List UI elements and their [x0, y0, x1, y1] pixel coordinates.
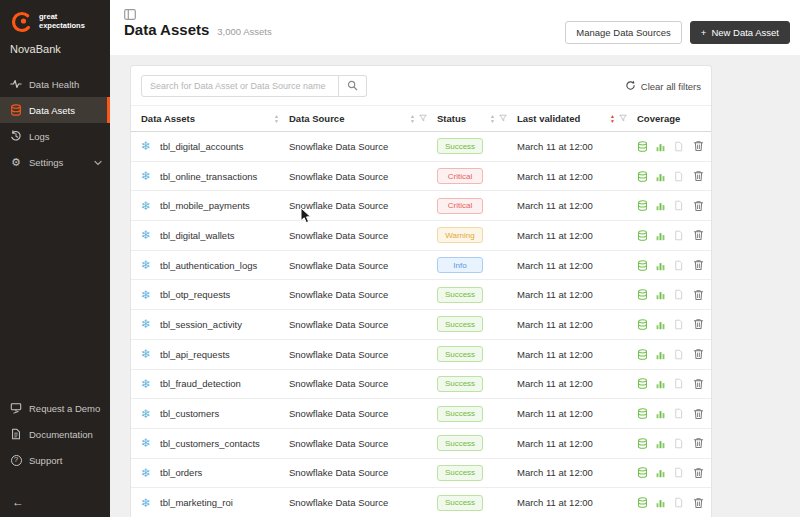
new-data-asset-button[interactable]: +New Data Asset: [690, 21, 790, 44]
sort-icon-active[interactable]: ▲▼: [610, 114, 615, 124]
docs-coverage-icon[interactable]: [673, 349, 684, 360]
table-coverage-icon[interactable]: [637, 408, 648, 419]
metrics-coverage-icon[interactable]: [655, 141, 666, 152]
trash-icon[interactable]: [693, 497, 704, 509]
sort-icon[interactable]: ▲▼: [410, 114, 415, 124]
trash-icon[interactable]: [693, 408, 704, 420]
metrics-coverage-icon[interactable]: [655, 319, 666, 330]
table-coverage-icon[interactable]: [637, 141, 648, 152]
metrics-coverage-icon[interactable]: [655, 200, 666, 211]
sidebar-item-logs[interactable]: Logs: [0, 123, 110, 149]
asset-name[interactable]: tbl_digital_accounts: [160, 141, 243, 152]
asset-name[interactable]: tbl_customers_contacts: [160, 438, 260, 449]
metrics-coverage-icon[interactable]: [655, 378, 666, 389]
table-row[interactable]: ❄ tbl_customers Snowflake Data Source Su…: [131, 399, 711, 429]
docs-coverage-icon[interactable]: [673, 141, 684, 152]
asset-name[interactable]: tbl_orders: [160, 467, 202, 478]
table-row[interactable]: ❄ tbl_digital_wallets Snowflake Data Sou…: [131, 221, 711, 251]
table-row[interactable]: ❄ tbl_orders Snowflake Data Source Succe…: [131, 459, 711, 489]
table-row[interactable]: ❄ tbl_session_activity Snowflake Data So…: [131, 310, 711, 340]
docs-coverage-icon[interactable]: [673, 408, 684, 419]
docs-coverage-icon[interactable]: [673, 467, 684, 478]
collapse-sidebar-icon[interactable]: ←: [12, 495, 24, 509]
column-header-data-assets[interactable]: Data Assets ▲▼: [141, 113, 289, 124]
asset-name[interactable]: tbl_digital_wallets: [160, 230, 234, 241]
table-coverage-icon[interactable]: [637, 438, 648, 449]
sidebar-item-documentation[interactable]: Documentation: [0, 421, 110, 447]
asset-name[interactable]: tbl_api_requests: [160, 349, 230, 360]
sidebar-item-support[interactable]: ? Support: [0, 447, 110, 473]
table-coverage-icon[interactable]: [637, 378, 648, 389]
docs-coverage-icon[interactable]: [673, 230, 684, 241]
column-header-data-source[interactable]: Data Source ▲▼: [289, 113, 437, 124]
table-row[interactable]: ❄ tbl_mobile_payments Snowflake Data Sou…: [131, 191, 711, 221]
asset-name[interactable]: tbl_online_transactions: [160, 171, 257, 182]
docs-coverage-icon[interactable]: [673, 319, 684, 330]
manage-data-sources-button[interactable]: Manage Data Sources: [565, 21, 682, 44]
filter-icon[interactable]: [499, 113, 507, 124]
asset-name[interactable]: tbl_mobile_payments: [160, 200, 250, 211]
asset-name[interactable]: tbl_otp_requests: [160, 289, 230, 300]
trash-icon[interactable]: [693, 318, 704, 330]
table-coverage-icon[interactable]: [637, 289, 648, 300]
trash-icon[interactable]: [693, 140, 704, 152]
trash-icon[interactable]: [693, 467, 704, 479]
metrics-coverage-icon[interactable]: [655, 260, 666, 271]
clear-all-filters-button[interactable]: Clear all filters: [625, 80, 701, 93]
metrics-coverage-icon[interactable]: [655, 230, 666, 241]
trash-icon[interactable]: [693, 229, 704, 241]
table-row[interactable]: ❄ tbl_digital_accounts Snowflake Data So…: [131, 132, 711, 162]
trash-icon[interactable]: [693, 259, 704, 271]
metrics-coverage-icon[interactable]: [655, 438, 666, 449]
docs-coverage-icon[interactable]: [673, 378, 684, 389]
table-coverage-icon[interactable]: [637, 349, 648, 360]
docs-coverage-icon[interactable]: [673, 497, 684, 508]
table-row[interactable]: ❄ tbl_fraud_detection Snowflake Data Sou…: [131, 370, 711, 400]
table-coverage-icon[interactable]: [637, 497, 648, 508]
sidebar-item-data-health[interactable]: Data Health: [0, 71, 110, 97]
trash-icon[interactable]: [693, 437, 704, 449]
trash-icon[interactable]: [693, 200, 704, 212]
table-coverage-icon[interactable]: [637, 319, 648, 330]
table-coverage-icon[interactable]: [637, 200, 648, 211]
table-row[interactable]: ❄ tbl_api_requests Snowflake Data Source…: [131, 340, 711, 370]
sidebar-item-settings[interactable]: ⚙ Settings: [0, 149, 110, 175]
filter-icon[interactable]: [619, 113, 627, 124]
metrics-coverage-icon[interactable]: [655, 289, 666, 300]
metrics-coverage-icon[interactable]: [655, 349, 666, 360]
metrics-coverage-icon[interactable]: [655, 171, 666, 182]
column-header-status[interactable]: Status ▲▼: [437, 113, 517, 124]
docs-coverage-icon[interactable]: [673, 200, 684, 211]
table-coverage-icon[interactable]: [637, 260, 648, 271]
sort-icon[interactable]: ▲▼: [490, 114, 495, 124]
sidebar-item-data-assets[interactable]: Data Asets: [0, 97, 110, 123]
metrics-coverage-icon[interactable]: [655, 497, 666, 508]
table-row[interactable]: ❄ tbl_customers_contacts Snowflake Data …: [131, 429, 711, 459]
asset-name[interactable]: tbl_customers: [160, 408, 219, 419]
docs-coverage-icon[interactable]: [673, 438, 684, 449]
metrics-coverage-icon[interactable]: [655, 467, 666, 478]
table-row[interactable]: ❄ tbl_online_transactions Snowflake Data…: [131, 162, 711, 192]
trash-icon[interactable]: [693, 170, 704, 182]
search-button[interactable]: [339, 75, 367, 97]
trash-icon[interactable]: [693, 289, 704, 301]
table-row[interactable]: ❄ tbl_marketing_roi Snowflake Data Sourc…: [131, 488, 711, 517]
trash-icon[interactable]: [693, 378, 704, 390]
table-row[interactable]: ❄ tbl_otp_requests Snowflake Data Source…: [131, 280, 711, 310]
docs-coverage-icon[interactable]: [673, 171, 684, 182]
search-input[interactable]: [141, 75, 339, 97]
trash-icon[interactable]: [693, 348, 704, 360]
asset-name[interactable]: tbl_fraud_detection: [160, 378, 241, 389]
column-header-last-validated[interactable]: Last validated ▲▼: [517, 113, 637, 124]
table-coverage-icon[interactable]: [637, 467, 648, 478]
table-coverage-icon[interactable]: [637, 230, 648, 241]
docs-coverage-icon[interactable]: [673, 289, 684, 300]
table-row[interactable]: ❄ tbl_authentication_logs Snowflake Data…: [131, 251, 711, 281]
asset-name[interactable]: tbl_authentication_logs: [160, 260, 257, 271]
metrics-coverage-icon[interactable]: [655, 408, 666, 419]
sidebar-item-request-demo[interactable]: Request a Demo: [0, 395, 110, 421]
filter-icon[interactable]: [419, 113, 427, 124]
sort-icon[interactable]: ▲▼: [274, 114, 279, 124]
asset-name[interactable]: tbl_session_activity: [160, 319, 242, 330]
docs-coverage-icon[interactable]: [673, 260, 684, 271]
